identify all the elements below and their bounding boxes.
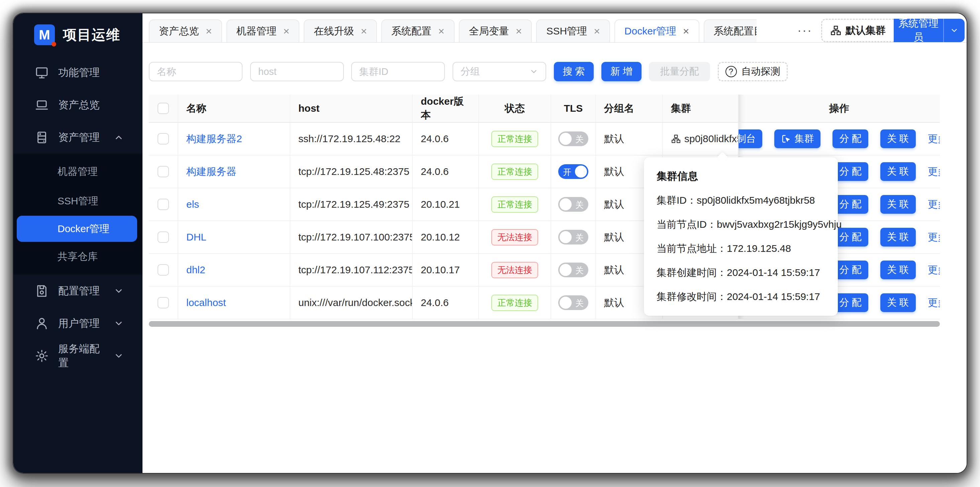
auto-detect-button[interactable]: ? 自动探测 [718, 62, 788, 81]
server-icon [35, 131, 49, 145]
row-checkbox[interactable] [158, 166, 169, 177]
link-button[interactable]: 关 联 [880, 129, 916, 148]
host-name-link[interactable]: dhl2 [186, 264, 205, 275]
logo-glyph: M [39, 28, 50, 41]
tls-toggle[interactable]: 关 [558, 263, 588, 277]
toggle-label: 关 [575, 265, 584, 276]
tab-close-icon[interactable]: × [361, 26, 367, 37]
popover-row: 当前节点地址：172.19.125.48 [657, 242, 825, 256]
tls-toggle[interactable]: 关 [558, 197, 588, 212]
console-button[interactable]: 控制台 [738, 129, 762, 148]
link-button[interactable]: 关 联 [880, 293, 916, 312]
row-version-cell: 20.10.21 [413, 188, 479, 220]
more-dropdown[interactable]: 更多 [928, 132, 940, 146]
assign-button[interactable]: 分 配 [832, 293, 868, 312]
tab-close-icon[interactable]: × [438, 26, 444, 37]
tab-label: 系统配置目录 [714, 24, 757, 38]
host-name-link[interactable]: 构建服务器 [186, 165, 237, 178]
sidebar-item-1[interactable]: 资产总览 [13, 89, 143, 121]
row-checkbox[interactable] [158, 231, 169, 243]
assign-button[interactable]: 分 配 [832, 261, 868, 279]
tab-close-icon[interactable]: × [283, 26, 290, 37]
row-checkbox[interactable] [158, 133, 169, 145]
tab-7[interactable]: 系统配置目录 [704, 19, 757, 42]
row-checkbox[interactable] [158, 199, 169, 210]
tab-label: 机器管理 [237, 24, 277, 38]
sidebar-item-4[interactable]: 用户管理 [13, 307, 143, 339]
row-checkbox[interactable] [158, 264, 169, 275]
tab-3[interactable]: 系统配置× [381, 19, 455, 42]
assign-button[interactable]: 分 配 [832, 162, 868, 181]
row-tls-cell: 关 [551, 188, 596, 220]
more-dropdown[interactable]: 更多 [928, 296, 940, 310]
default-cluster-button[interactable]: 默认集群 [821, 19, 894, 42]
tls-toggle[interactable]: 开 [558, 164, 588, 179]
sidebar-subitem-3[interactable]: 共享仓库 [13, 242, 143, 271]
sidebar-item-0[interactable]: 功能管理 [13, 56, 143, 89]
row-host-cell: ssh://172.19.125.48:22 [290, 123, 413, 155]
assign-button[interactable]: 分 配 [832, 228, 868, 247]
group-value: 默认 [604, 132, 624, 146]
sidebar-subitem-2[interactable]: Docker管理 [17, 216, 137, 242]
tab-4[interactable]: 全局变量× [459, 19, 532, 42]
floppy-icon [35, 284, 49, 298]
admin-user-button[interactable]: 系统管理员 [894, 19, 965, 42]
link-button[interactable]: 关 联 [880, 162, 916, 181]
host-filter-input[interactable] [250, 62, 344, 81]
sidebar-item-5[interactable]: 服务端配置 [13, 339, 143, 372]
status-badge: 正常连接 [492, 295, 538, 311]
group-value: 默认 [604, 231, 624, 244]
row-checkbox-cell [149, 123, 178, 155]
name-filter-input[interactable] [149, 62, 242, 81]
add-button[interactable]: 新 增 [601, 62, 641, 81]
link-button[interactable]: 关 联 [880, 195, 916, 214]
tab-6[interactable]: Docker管理× [614, 19, 699, 42]
host-name-link[interactable]: els [186, 199, 199, 210]
tab-1[interactable]: 机器管理× [226, 19, 300, 42]
main-area: 资产总览×机器管理×在线升级×系统配置×全局变量×SSH管理×Docker管理×… [143, 13, 967, 473]
sidebar-item-label: 服务端配置 [58, 342, 104, 370]
link-button[interactable]: 关 联 [880, 261, 916, 279]
cluster-button[interactable]: 集群 [774, 129, 821, 148]
header-cell-1: host [290, 95, 413, 122]
horizontal-scrollbar[interactable] [149, 321, 940, 327]
tls-toggle[interactable]: 关 [558, 230, 588, 245]
row-tls-cell: 关 [551, 123, 596, 155]
sidebar-item-3[interactable]: 配置管理 [13, 275, 143, 307]
link-button[interactable]: 关 联 [880, 228, 916, 247]
more-dropdown[interactable]: 更多 [928, 231, 940, 244]
assign-button[interactable]: 分 配 [832, 195, 868, 214]
host-name-link[interactable]: 构建服务器2 [186, 132, 242, 146]
cluster-id-filter-input[interactable] [351, 62, 445, 81]
host-name-link[interactable]: DHL [186, 231, 206, 243]
sidebar-subitem-0[interactable]: 机器管理 [13, 157, 143, 186]
more-label: 更多 [928, 198, 940, 212]
row-checkbox[interactable] [158, 297, 169, 309]
row-host-cell: tcp://172.19.107.100:2375 [290, 221, 413, 253]
search-button[interactable]: 搜 索 [554, 62, 594, 81]
tab-close-icon[interactable]: × [683, 26, 689, 37]
tab-close-icon[interactable]: × [206, 26, 212, 37]
toggle-label: 关 [575, 134, 584, 145]
tab-close-icon[interactable]: × [594, 26, 600, 37]
tls-toggle[interactable]: 关 [558, 295, 588, 310]
batch-assign-button[interactable]: 批量分配 [649, 62, 710, 81]
tab-5[interactable]: SSH管理× [536, 19, 610, 42]
group-value: 默认 [604, 165, 624, 178]
host-name-link[interactable]: localhost [186, 297, 226, 309]
group-filter-select[interactable]: 分组 [453, 62, 546, 81]
tab-close-icon[interactable]: × [516, 26, 522, 37]
more-dropdown[interactable]: 更多 [928, 263, 940, 277]
tls-toggle[interactable]: 关 [558, 131, 588, 146]
tab-overflow-button[interactable]: ··· [797, 19, 813, 42]
sidebar-item-2[interactable]: 资产管理 [13, 121, 143, 154]
sidebar-subitem-1[interactable]: SSH管理 [13, 186, 143, 216]
popover-value: sp0j80lidkfx5m4y68tjbkr58 [697, 195, 815, 206]
more-dropdown[interactable]: 更多 [928, 165, 940, 178]
assign-button[interactable]: 分 配 [832, 129, 868, 148]
tab-0[interactable]: 资产总览× [149, 19, 222, 42]
select-all-checkbox[interactable] [158, 103, 169, 114]
tab-2[interactable]: 在线升级× [304, 19, 377, 42]
row-checkbox-cell [149, 286, 178, 319]
more-dropdown[interactable]: 更多 [928, 198, 940, 212]
